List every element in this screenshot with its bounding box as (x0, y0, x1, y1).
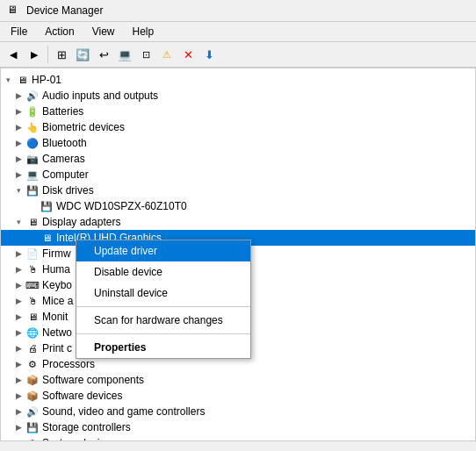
batteries-label: Batteries (42, 105, 83, 118)
tree-item-batteries[interactable]: ▶ 🔋 Batteries (1, 104, 475, 119)
expander-sw-components[interactable]: ▶ (11, 373, 25, 387)
system-icon: ⚙ (25, 436, 40, 440)
expander-system[interactable]: ▶ (11, 436, 25, 440)
print-label: Print c (42, 342, 72, 354)
monitors-icon: 🖥 (25, 310, 40, 324)
storage-label: Storage controllers (42, 421, 131, 433)
system-label: System devices (42, 437, 116, 440)
toolbar-warning[interactable]: ⚠ (157, 45, 177, 64)
tree-item-sw-devices[interactable]: ▶ 📦 Software devices (1, 388, 475, 404)
mice-label: Mice a (42, 295, 73, 307)
toolbar-computer[interactable]: 💻 (115, 45, 134, 64)
context-menu-sep-1 (76, 306, 250, 307)
computer-label: Computer (42, 168, 89, 181)
context-menu-properties[interactable]: Properties (76, 337, 250, 358)
tree-item-sw-components[interactable]: ▶ 📦 Software components (1, 372, 475, 388)
firmware-label: Firmw (42, 247, 71, 260)
root-label: HP-01 (32, 74, 61, 86)
menu-view[interactable]: View (85, 24, 122, 39)
expander-cameras[interactable]: ▶ (11, 152, 25, 166)
wdc-label: WDC WD10SPZX-60Z10T0 (56, 200, 187, 212)
processors-icon: ⚙ (25, 357, 40, 371)
menu-help[interactable]: Help (126, 24, 162, 39)
expander-huma[interactable]: ▶ (11, 262, 25, 276)
sw-components-label: Software components (42, 374, 144, 386)
toolbar-display[interactable]: ⊡ (136, 45, 155, 64)
tree-item-sound[interactable]: ▶ 🔊 Sound, video and game controllers (1, 404, 475, 419)
storage-icon: 💾 (25, 420, 40, 434)
toolbar-back[interactable]: ◀ (4, 45, 23, 64)
expander-bluetooth[interactable]: ▶ (11, 136, 25, 150)
context-menu-scan-changes[interactable]: Scan for hardware changes (76, 310, 250, 331)
menu-file[interactable]: File (4, 24, 34, 39)
tree-item-computer[interactable]: ▶ 💻 Computer (1, 167, 475, 183)
expander-sw-devices[interactable]: ▶ (11, 389, 25, 403)
tree-item-wdc[interactable]: 💾 WDC WD10SPZX-60Z10T0 (1, 198, 475, 214)
tree-root[interactable]: ▾ 🖥 HP-01 (1, 72, 475, 88)
tree-item-bluetooth[interactable]: ▶ 🔵 Bluetooth (1, 135, 475, 151)
toolbar-remove[interactable]: ✕ (178, 45, 198, 64)
tree-item-system[interactable]: ▶ ⚙ System devices (1, 435, 475, 440)
expander-firmware[interactable]: ▶ (11, 247, 25, 261)
context-menu-disable-device[interactable]: Disable device (76, 261, 250, 283)
toolbar-update[interactable]: 🔄 (73, 45, 92, 64)
expander-biometric[interactable]: ▶ (11, 120, 25, 134)
tree-item-storage[interactable]: ▶ 💾 Storage controllers (1, 419, 475, 435)
processors-label: Processors (42, 358, 95, 370)
audio-label: Audio inputs and outputs (42, 89, 158, 102)
tree-item-cameras[interactable]: ▶ 📷 Cameras (1, 151, 475, 167)
firmware-icon: 📄 (25, 247, 40, 261)
expander-sound[interactable]: ▶ (11, 404, 25, 419)
cameras-icon: 📷 (25, 152, 40, 166)
toolbar-scan[interactable]: ⬇ (199, 45, 219, 64)
expander-display[interactable]: ▾ (11, 215, 25, 229)
print-icon: 🖨 (25, 341, 40, 355)
context-menu-update-driver[interactable]: Update driver (76, 240, 250, 261)
context-menu-uninstall-device[interactable]: Uninstall device (76, 283, 250, 304)
expander-print[interactable]: ▶ (11, 341, 25, 355)
expander-network[interactable]: ▶ (11, 326, 25, 340)
tree-item-audio[interactable]: ▶ 🔊 Audio inputs and outputs (1, 88, 475, 104)
keyboard-label: Keybo (42, 279, 72, 291)
expander-audio[interactable]: ▶ (11, 89, 25, 103)
expander-storage[interactable]: ▶ (11, 420, 25, 434)
sw-devices-label: Software devices (42, 390, 122, 402)
expander-processors[interactable]: ▶ (11, 357, 25, 371)
biometric-label: Biometric devices (42, 121, 125, 133)
display-icon: 🖥 (25, 215, 40, 229)
expander-computer[interactable]: ▶ (11, 168, 25, 182)
app-icon: 🖥 (7, 4, 21, 18)
diskdrives-icon: 💾 (25, 183, 40, 197)
expander-mice[interactable]: ▶ (11, 294, 25, 308)
expander-root[interactable]: ▾ (1, 73, 15, 87)
display-label: Display adapters (42, 216, 120, 228)
root-icon: 🖥 (15, 73, 29, 87)
audio-icon: 🔊 (25, 89, 40, 103)
sound-icon: 🔊 (25, 404, 40, 419)
batteries-icon: 🔋 (25, 104, 40, 118)
keyboard-icon: ⌨ (25, 278, 40, 292)
title-bar: 🖥 Device Manager (0, 0, 476, 22)
bluetooth-icon: 🔵 (25, 136, 40, 150)
cameras-label: Cameras (42, 153, 85, 165)
tree-item-diskdrives[interactable]: ▾ 💾 Disk drives (1, 183, 475, 198)
tree-item-biometric[interactable]: ▶ 👆 Biometric devices (1, 119, 475, 135)
toolbar-forward[interactable]: ▶ (25, 45, 44, 64)
menu-action[interactable]: Action (38, 24, 81, 39)
sw-devices-icon: 📦 (25, 389, 40, 403)
tree-item-display[interactable]: ▾ 🖥 Display adapters (1, 214, 475, 230)
title-bar-text: Device Manager (26, 4, 103, 17)
sw-components-icon: 📦 (25, 373, 40, 387)
toolbar-properties[interactable]: ⊞ (52, 45, 71, 64)
huma-label: Huma (42, 263, 70, 276)
toolbar-rollback[interactable]: ↩ (94, 45, 113, 64)
expander-diskdrives[interactable]: ▾ (11, 183, 25, 197)
expander-monitors[interactable]: ▶ (11, 310, 25, 324)
wdc-icon: 💾 (40, 199, 54, 213)
mice-icon: 🖱 (25, 294, 40, 308)
expander-batteries[interactable]: ▶ (11, 104, 25, 118)
network-icon: 🌐 (25, 326, 40, 340)
biometric-icon: 👆 (25, 120, 40, 134)
network-label: Netwo (42, 326, 72, 339)
expander-keyboard[interactable]: ▶ (11, 278, 25, 292)
